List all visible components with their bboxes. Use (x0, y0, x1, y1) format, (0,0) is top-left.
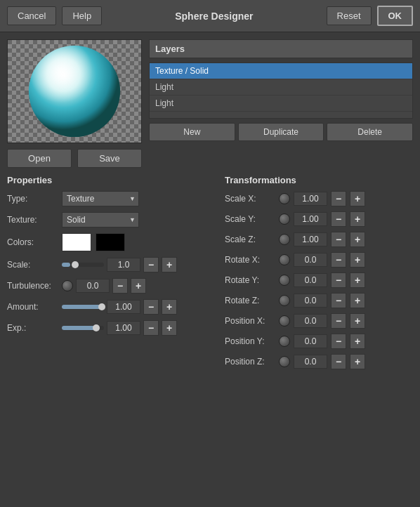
position-x-knob[interactable] (279, 315, 290, 327)
scale-y-inc-button[interactable]: + (350, 211, 365, 227)
scale-slider[interactable] (62, 263, 104, 267)
position-y-input[interactable] (294, 334, 327, 348)
scale-label: Scale: (7, 260, 58, 270)
color-swatch-secondary[interactable] (96, 233, 125, 251)
position-x-dec-button[interactable]: − (331, 313, 346, 329)
scale-y-row: Scale Y: − + (225, 211, 413, 227)
amount-inc-button[interactable]: + (162, 299, 177, 315)
rotate-x-row: Rotate X: − + (225, 252, 413, 268)
rotate-y-knob[interactable] (279, 275, 290, 286)
texture-row: Texture: Solid Checker Noise (7, 212, 218, 228)
rotate-x-dec-button[interactable]: − (331, 252, 346, 268)
exp-input[interactable] (107, 321, 140, 335)
layer-item[interactable]: Light (150, 96, 412, 112)
scale-x-label: Scale X: (225, 194, 275, 204)
position-z-knob[interactable] (279, 356, 290, 367)
layer-item[interactable]: Light (150, 79, 412, 96)
layers-title: Layers (149, 39, 413, 58)
turbulence-dec-button[interactable]: − (112, 278, 128, 294)
reset-button[interactable]: Reset (327, 6, 372, 25)
rotate-y-inc-button[interactable]: + (350, 272, 365, 288)
position-x-row: Position X: − + (225, 313, 413, 329)
scale-row: Scale: − + (7, 257, 218, 272)
scale-x-knob[interactable] (279, 193, 290, 204)
rotate-y-input[interactable] (294, 273, 327, 287)
exp-label: Exp.: (7, 323, 58, 333)
turbulence-knob[interactable] (62, 280, 73, 291)
position-x-inc-button[interactable]: + (350, 313, 365, 329)
position-x-input[interactable] (294, 314, 327, 328)
scale-x-input[interactable] (294, 192, 327, 206)
position-z-input[interactable] (294, 355, 327, 369)
position-y-knob[interactable] (279, 336, 290, 347)
scale-y-input[interactable] (294, 212, 327, 226)
scale-x-inc-button[interactable]: + (350, 191, 365, 206)
save-button[interactable]: Save (77, 149, 142, 168)
position-z-dec-button[interactable]: − (331, 354, 346, 369)
position-y-inc-button[interactable]: + (350, 334, 365, 349)
toolbar: Cancel Help Sphere Designer Reset OK (0, 0, 420, 32)
cancel-button[interactable]: Cancel (7, 6, 56, 25)
color-swatch-primary[interactable] (62, 233, 91, 251)
rotate-y-dec-button[interactable]: − (331, 272, 346, 288)
duplicate-layer-button[interactable]: Duplicate (238, 123, 324, 141)
layer-item[interactable]: Texture / Solid (150, 63, 412, 79)
rotate-x-input[interactable] (294, 253, 327, 267)
ok-button[interactable]: OK (377, 6, 414, 26)
layers-panel: Layers Texture / Solid Light Light New D… (149, 39, 413, 168)
help-button[interactable]: Help (62, 6, 102, 25)
scale-z-knob[interactable] (279, 234, 290, 245)
exp-slider[interactable] (62, 326, 104, 330)
rotate-z-inc-button[interactable]: + (350, 293, 365, 308)
amount-slider[interactable] (62, 305, 104, 309)
rotate-x-knob[interactable] (279, 254, 290, 265)
texture-select-wrapper[interactable]: Solid Checker Noise (62, 212, 139, 228)
type-row: Type: Texture Light (7, 191, 218, 206)
turbulence-slider-row: − + (62, 278, 146, 294)
position-z-inc-button[interactable]: + (350, 354, 365, 369)
scale-inc-button[interactable]: + (162, 257, 177, 272)
scale-slider-row: − + (62, 257, 177, 272)
new-layer-button[interactable]: New (149, 123, 235, 141)
scale-x-dec-button[interactable]: − (331, 191, 346, 206)
rotate-y-row: Rotate Y: − + (225, 272, 413, 288)
scale-y-knob[interactable] (279, 213, 290, 225)
app-title: Sphere Designer (107, 11, 320, 22)
rotate-x-inc-button[interactable]: + (350, 252, 365, 268)
rotate-x-label: Rotate X: (225, 255, 275, 265)
amount-input[interactable] (107, 300, 140, 314)
type-select[interactable]: Texture Light (62, 191, 139, 206)
layers-actions: New Duplicate Delete (149, 123, 413, 141)
exp-dec-button[interactable]: − (143, 320, 159, 336)
position-z-label: Position Z: (225, 357, 275, 367)
properties-title: Properties (7, 175, 218, 185)
colors-row: Colors: (7, 233, 218, 251)
open-button[interactable]: Open (7, 149, 72, 168)
scale-x-row: Scale X: − + (225, 191, 413, 206)
transformations-title: Transformations (225, 175, 413, 185)
exp-inc-button[interactable]: + (162, 320, 177, 336)
layers-list: Texture / Solid Light Light (149, 62, 413, 119)
type-select-wrapper[interactable]: Texture Light (62, 191, 139, 206)
texture-select[interactable]: Solid Checker Noise (62, 212, 139, 228)
transformations-panel: Transformations Scale X: − + Scale Y: − … (225, 175, 413, 374)
amount-dec-button[interactable]: − (143, 299, 159, 315)
scale-input[interactable] (107, 258, 140, 272)
scale-z-inc-button[interactable]: + (350, 232, 365, 247)
scale-z-dec-button[interactable]: − (331, 232, 346, 247)
rotate-y-label: Rotate Y: (225, 275, 275, 285)
scale-z-input[interactable] (294, 232, 327, 246)
exp-slider-row: − + (62, 320, 177, 336)
scale-y-label: Scale Y: (225, 214, 275, 224)
scale-y-dec-button[interactable]: − (331, 211, 346, 227)
turbulence-input[interactable] (76, 279, 110, 293)
position-y-dec-button[interactable]: − (331, 334, 346, 349)
rotate-z-knob[interactable] (279, 295, 290, 306)
rotate-z-input[interactable] (294, 294, 327, 308)
delete-layer-button[interactable]: Delete (327, 123, 413, 141)
rotate-z-dec-button[interactable]: − (331, 293, 346, 308)
rotate-z-row: Rotate Z: − + (225, 293, 413, 308)
turbulence-inc-button[interactable]: + (131, 278, 146, 294)
scale-dec-button[interactable]: − (143, 257, 159, 272)
position-z-row: Position Z: − + (225, 354, 413, 369)
